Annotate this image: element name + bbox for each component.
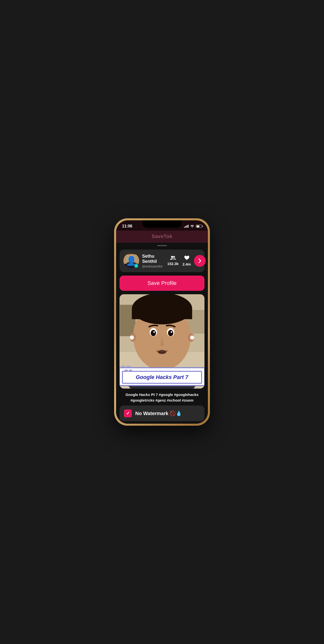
watermark-checkbox-icon (124, 410, 132, 417)
profile-name: Sethu Senthil (142, 254, 162, 264)
save-profile-button[interactable]: Save Profile (120, 276, 204, 291)
followers-count: 152.3k (167, 262, 179, 266)
svg-rect-31 (127, 366, 130, 367)
svg-point-20 (171, 331, 172, 333)
likes-icon (184, 256, 190, 262)
profile-info: Sethu Senthil @sethusenthil (142, 254, 162, 268)
phone-frame: 11:06 SaveTok (114, 218, 210, 426)
avatar-container: ✓ (123, 253, 139, 269)
scroll-content: ✓ Sethu Senthil @sethusenthil (116, 243, 208, 424)
video-thumbnail[interactable]: Google Hacks Part 7 (120, 294, 204, 388)
svg-point-2 (129, 258, 131, 260)
svg-point-25 (190, 336, 194, 340)
phone-screen: 11:06 SaveTok (116, 220, 208, 424)
signal-icon (184, 225, 189, 228)
svg-point-7 (173, 256, 175, 258)
verified-badge: ✓ (134, 263, 139, 268)
svg-rect-14 (132, 309, 192, 319)
svg-point-21 (158, 350, 166, 354)
profile-arrow-button[interactable] (194, 255, 206, 267)
followers-stat: 152.3k (167, 256, 179, 266)
profile-handle: @sethusenthil (142, 264, 162, 268)
watermark-toggle[interactable]: No Watermark 🚫💧 (120, 406, 204, 421)
status-icons (184, 224, 202, 228)
drag-handle (157, 245, 167, 246)
watermark-label: No Watermark 🚫💧 (135, 410, 182, 416)
svg-point-18 (168, 330, 173, 336)
video-title-text: Google Hacks Part 7 (136, 374, 188, 380)
app-title: SaveTok (152, 234, 172, 239)
svg-point-3 (132, 258, 134, 260)
svg-rect-30 (121, 366, 125, 367)
profile-card: ✓ Sethu Senthil @sethusenthil (120, 250, 204, 272)
svg-point-17 (151, 330, 156, 336)
stats-row: 152.3k 2.4m (167, 256, 191, 266)
app-header: SaveTok (116, 231, 208, 243)
svg-point-6 (171, 256, 173, 258)
svg-point-19 (153, 331, 155, 333)
likes-count: 2.4m (182, 262, 191, 266)
wifi-icon (190, 224, 194, 228)
battery-icon (196, 225, 202, 228)
video-title-overlay: Google Hacks Part 7 (122, 371, 202, 384)
video-frame: Google Hacks Part 7 (120, 294, 204, 388)
likes-stat: 2.4m (182, 256, 191, 266)
video-caption: Google Hacks Pt 7 #google #googlehacks #… (121, 392, 203, 403)
svg-point-23 (130, 336, 134, 340)
followers-icon (170, 256, 176, 261)
notch (142, 220, 182, 228)
status-time: 11:06 (122, 224, 132, 229)
svg-point-1 (127, 255, 135, 264)
